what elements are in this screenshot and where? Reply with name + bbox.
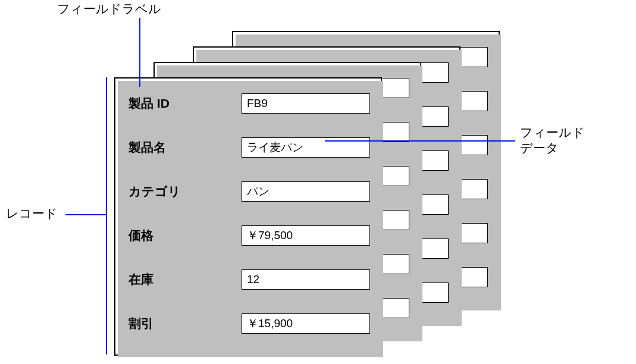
field-label-stock: 在庫 — [129, 271, 242, 288]
leader-right — [325, 140, 515, 142]
callout-record-text: レコード — [6, 206, 58, 220]
field-value: パン — [247, 184, 270, 199]
field-box-price: ￥79,500 — [242, 225, 370, 246]
callout-field-data-line1: フィールド — [520, 125, 585, 139]
table-row: 割引 ￥15,900 — [129, 313, 370, 334]
field-label-category: カテゴリ — [129, 183, 242, 200]
table-row: 価格 ￥79,500 — [129, 225, 370, 246]
field-box-product-id: FB9 — [242, 93, 370, 114]
field-value: ライ麦パン — [247, 140, 303, 155]
field-value: ￥15,900 — [247, 316, 293, 331]
field-box-stock: 12 — [242, 269, 370, 290]
record-card-front: 製品 ID FB9 製品名 ライ麦パン カテゴリ パン 価格 ￥79,500 在… — [114, 77, 382, 356]
field-value: FB9 — [247, 97, 268, 110]
field-label-product-name: 製品名 — [129, 139, 242, 156]
field-value: ￥79,500 — [247, 228, 293, 243]
callout-field-data: フィールド データ — [520, 125, 585, 156]
leader-left-vertical — [106, 77, 107, 354]
field-label-discount: 割引 — [129, 315, 242, 332]
leader-left-horizontal — [65, 214, 106, 215]
callout-field-label: フィールドラベル — [57, 1, 161, 17]
field-box-category: パン — [242, 181, 370, 202]
field-label-price: 価格 — [129, 227, 242, 244]
field-value: 12 — [247, 273, 259, 286]
callout-record: レコード — [6, 206, 58, 221]
diagram-stage: フィールドラベル レコード フィールド データ — [0, 0, 636, 364]
table-row: 在庫 12 — [129, 269, 370, 290]
field-box-discount: ￥15,900 — [242, 313, 370, 334]
card-rows: 製品 ID FB9 製品名 ライ麦パン カテゴリ パン 価格 ￥79,500 在… — [129, 93, 370, 334]
table-row: カテゴリ パン — [129, 181, 370, 202]
callout-field-data-line2: データ — [520, 141, 559, 155]
field-label-product-id: 製品 ID — [129, 95, 242, 112]
leader-top — [139, 18, 140, 87]
table-row: 製品 ID FB9 — [129, 93, 370, 114]
